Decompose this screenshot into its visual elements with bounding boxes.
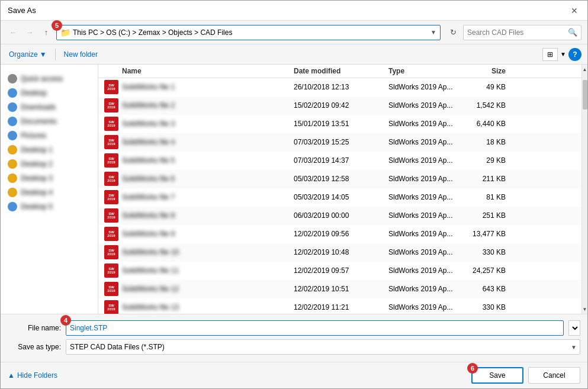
table-row[interactable]: SW2019SolidWorks file 126/10/2018 12:13S… bbox=[98, 78, 581, 97]
file-name-text: SolidWorks file 3 bbox=[122, 120, 175, 128]
sidebar-item-6[interactable]: Desktop 2 bbox=[1, 157, 98, 171]
table-row[interactable]: SW2019SolidWorks file 1112/02/2019 09:57… bbox=[98, 262, 581, 280]
file-date-cell: 12/02/2019 10:51 bbox=[294, 285, 388, 293]
file-type-cell: SldWorks 2019 Ap... bbox=[388, 211, 465, 220]
sidebar-item-label: Quick access bbox=[21, 75, 63, 83]
save-badge: 6 bbox=[467, 363, 478, 374]
organize-button[interactable]: Organize ▼ bbox=[7, 49, 49, 60]
file-size-cell: 330 KB bbox=[465, 248, 513, 256]
scrollbar-up-button[interactable]: ▲ bbox=[582, 65, 588, 74]
file-type-icon: SW2019 bbox=[104, 135, 118, 149]
path-badge: 5 bbox=[52, 20, 62, 31]
file-date-cell: 12/02/2019 09:57 bbox=[294, 266, 388, 275]
table-row[interactable]: SW2019SolidWorks file 507/03/2019 14:37S… bbox=[98, 152, 581, 170]
file-type-cell: SldWorks 2019 Ap... bbox=[388, 120, 465, 128]
folder-icon: 📁 bbox=[60, 28, 70, 37]
file-name-cell: SW2019SolidWorks file 8 bbox=[98, 208, 294, 223]
search-input[interactable] bbox=[467, 28, 565, 37]
forward-button[interactable]: → bbox=[23, 26, 36, 39]
file-type-cell: SldWorks 2019 Ap... bbox=[388, 156, 465, 165]
sidebar-item-1[interactable]: Desktop bbox=[1, 86, 98, 100]
table-row[interactable]: SW2019SolidWorks file 315/01/2019 13:51S… bbox=[98, 115, 581, 133]
file-name-cell: SW2019SolidWorks file 7 bbox=[98, 190, 294, 204]
file-date-cell: 05/03/2019 12:58 bbox=[294, 175, 388, 183]
save-as-dialog: Save As ✕ ← → ↑ 5 📁 This PC > OS (C:) > … bbox=[0, 0, 588, 389]
save-label: Save bbox=[489, 371, 505, 380]
toolbar-right: ⊞ ▼ ? bbox=[542, 48, 581, 61]
table-row[interactable]: SW2019SolidWorks file 912/02/2019 09:56S… bbox=[98, 225, 581, 243]
view-dropdown-icon[interactable]: ▼ bbox=[560, 51, 566, 57]
col-type-header[interactable]: Type bbox=[388, 67, 465, 75]
hide-folders-icon: ▲ bbox=[8, 371, 15, 380]
sidebar-item-3[interactable]: Documents bbox=[1, 114, 98, 128]
file-type-icon: SW2019 bbox=[104, 245, 118, 259]
scrollbar-down-button[interactable]: ▼ bbox=[582, 304, 588, 314]
file-type-cell: SldWorks 2019 Ap... bbox=[388, 285, 465, 293]
view-button[interactable]: ⊞ bbox=[542, 48, 558, 61]
sidebar-item-icon bbox=[8, 74, 17, 83]
filename-badge: 4 bbox=[60, 315, 71, 326]
sidebar-item-icon bbox=[8, 173, 17, 183]
table-row[interactable]: SW2019SolidWorks file 806/03/2019 00:00S… bbox=[98, 207, 581, 225]
table-row[interactable]: SW2019SolidWorks file 215/02/2019 09:42S… bbox=[98, 97, 581, 115]
file-date-cell: 26/10/2018 12:13 bbox=[294, 83, 388, 91]
table-row[interactable]: SW2019SolidWorks file 705/03/2019 14:05S… bbox=[98, 188, 581, 207]
sidebar-item-8[interactable]: Desktop 4 bbox=[1, 185, 98, 200]
file-size-cell: 6,440 KB bbox=[465, 120, 513, 128]
path-text: This PC > OS (C:) > Zemax > Objects > CA… bbox=[73, 28, 428, 37]
cancel-button[interactable]: Cancel bbox=[528, 367, 580, 384]
sidebar-item-icon bbox=[8, 131, 17, 140]
help-button[interactable]: ? bbox=[568, 48, 581, 61]
sidebar-item-4[interactable]: Pictures bbox=[1, 128, 98, 143]
file-name-cell: SW2019SolidWorks file 12 bbox=[98, 282, 294, 296]
file-list: SW2019SolidWorks file 126/10/2018 12:13S… bbox=[98, 78, 581, 314]
sidebar-item-7[interactable]: Desktop 3 bbox=[1, 171, 98, 185]
cancel-label: Cancel bbox=[543, 371, 565, 380]
new-folder-button[interactable]: New folder bbox=[62, 49, 100, 60]
back-button[interactable]: ← bbox=[7, 26, 20, 39]
hide-folders-label: Hide Folders bbox=[17, 371, 57, 380]
sidebar-item-2[interactable]: Downloads bbox=[1, 100, 98, 114]
table-row[interactable]: SW2019SolidWorks file 1212/02/2019 10:51… bbox=[98, 280, 581, 298]
table-row[interactable]: SW2019SolidWorks file 605/03/2019 12:58S… bbox=[98, 170, 581, 188]
dialog-title: Save As bbox=[8, 6, 36, 15]
col-size-header[interactable]: Size bbox=[465, 67, 513, 75]
file-size-cell: 330 KB bbox=[465, 303, 513, 311]
file-name-cell: SW2019SolidWorks file 4 bbox=[98, 135, 294, 149]
filetype-input-wrap: STEP CAD Data Files (*.STP) ▼ bbox=[66, 339, 580, 355]
file-size-cell: 18 KB bbox=[465, 138, 513, 146]
up-button[interactable]: ↑ bbox=[40, 26, 53, 39]
sidebar-item-0[interactable]: Quick access bbox=[1, 72, 98, 86]
path-dropdown-icon[interactable]: ▼ bbox=[430, 29, 436, 36]
sidebar-item-5[interactable]: Desktop 1 bbox=[1, 143, 98, 157]
file-type-icon: SW2019 bbox=[104, 227, 118, 241]
scrollbar-thumb[interactable] bbox=[583, 80, 587, 110]
filename-label: File name: bbox=[8, 324, 61, 332]
file-name-text: SolidWorks file 1 bbox=[122, 83, 175, 91]
sidebar-item-9[interactable]: Desktop 5 bbox=[1, 200, 98, 214]
file-type-icon: SW2019 bbox=[104, 117, 118, 131]
path-box[interactable]: 5 📁 This PC > OS (C:) > Zemax > Objects … bbox=[56, 25, 441, 40]
col-date-header[interactable]: Date modified bbox=[294, 67, 388, 75]
sidebar-item-label: Documents bbox=[21, 117, 57, 126]
file-name-text: SolidWorks file 13 bbox=[122, 303, 179, 311]
file-type-icon: SW2019 bbox=[104, 172, 118, 186]
file-area: Name Date modified Type Size SW2019Solid… bbox=[98, 65, 581, 314]
file-type-cell: SldWorks 2019 Ap... bbox=[388, 193, 465, 201]
file-name-cell: SW2019SolidWorks file 11 bbox=[98, 263, 294, 278]
table-row[interactable]: SW2019SolidWorks file 1012/02/2019 10:48… bbox=[98, 243, 581, 262]
filetype-select[interactable]: STEP CAD Data Files (*.STP) bbox=[66, 339, 580, 355]
col-name-header[interactable]: Name bbox=[98, 67, 294, 75]
hide-folders-button[interactable]: ▲ Hide Folders bbox=[8, 371, 57, 380]
filename-dropdown[interactable] bbox=[568, 320, 580, 336]
sidebar-item-label: Desktop 2 bbox=[21, 160, 53, 168]
filename-input[interactable] bbox=[66, 320, 564, 336]
file-type-cell: SldWorks 2019 Ap... bbox=[388, 101, 465, 110]
filetype-label: Save as type: bbox=[8, 343, 61, 351]
table-row[interactable]: SW2019SolidWorks file 407/03/2019 15:25S… bbox=[98, 133, 581, 152]
search-icon[interactable]: 🔍 bbox=[568, 28, 577, 37]
table-row[interactable]: SW2019SolidWorks file 1312/02/2019 11:21… bbox=[98, 298, 581, 314]
save-button[interactable]: 6 Save bbox=[471, 367, 523, 384]
close-button[interactable]: ✕ bbox=[568, 5, 580, 17]
refresh-button[interactable]: ↻ bbox=[446, 26, 460, 39]
